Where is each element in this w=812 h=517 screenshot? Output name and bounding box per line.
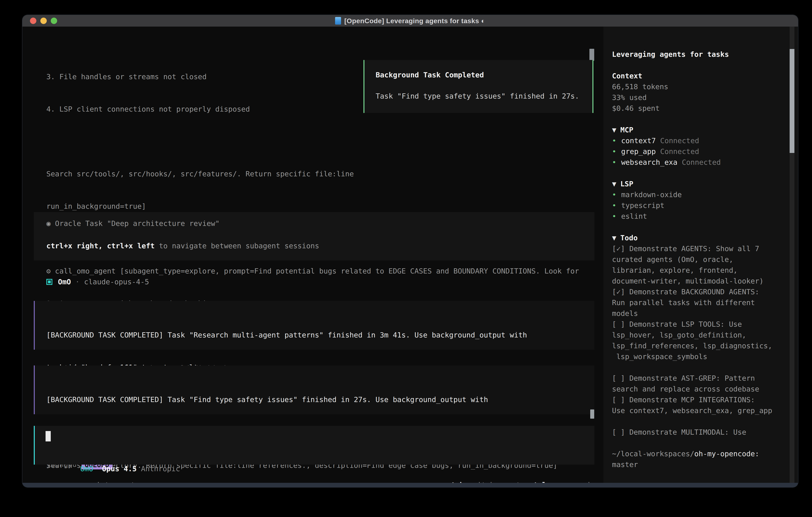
lsp-name: eslint xyxy=(621,212,647,220)
separator-dot: · xyxy=(75,276,80,287)
lsp-item: •eslint xyxy=(612,211,772,222)
shortcut-keys: ctrl+x right, ctrl+x left xyxy=(46,242,155,250)
sidebar-scrollbar-thumb[interactable] xyxy=(790,49,794,153)
repo-name: oh-my-opencode: xyxy=(694,450,759,458)
mcp-item: •grep_appConnected xyxy=(612,146,772,157)
shortcut-hint-text: to navigate between subagent sessions xyxy=(155,242,319,250)
input-provider-name: Anthropic xyxy=(141,465,180,473)
mcp-name: websearch_exa xyxy=(621,158,677,166)
todo-line-pending: search and replace across codebase xyxy=(612,384,772,394)
todo-line-pending: [ ] Demonstrate AST-GREP: Pattern xyxy=(612,373,772,384)
mcp-name: context7 xyxy=(621,137,656,145)
agent-model: claude-opus-4-5 xyxy=(84,276,149,287)
todo-line-done: Run parallel tasks with different xyxy=(612,297,772,308)
oracle-task-hint: ctrl+x right, ctrl+x left to navigate be… xyxy=(46,241,319,251)
lsp-name: typescript xyxy=(621,201,665,210)
branch-name: master xyxy=(612,459,772,470)
log-line xyxy=(46,136,584,147)
lsp-name: markdown-oxide xyxy=(621,191,682,199)
log-line: Search src/tools/, src/hooks/, src/featu… xyxy=(46,168,584,179)
todo-line-done: librarian, explore, frontend, xyxy=(612,265,772,276)
mcp-item: •context7Connected xyxy=(612,135,772,146)
agent-name: OmO xyxy=(58,276,71,287)
terminal-window: [OpenCode] Leveraging agents for tasks ◐… xyxy=(22,15,798,487)
todo-line-done: document-writer, multimodal-looker) xyxy=(612,276,772,287)
bullet-icon: • xyxy=(612,191,616,199)
todo-line-active: lsp_hover, lsp_goto_definition, xyxy=(612,330,772,341)
mcp-item: •websearch_exaConnected xyxy=(612,157,772,168)
section-mcp[interactable]: ▼MCP xyxy=(612,125,772,135)
todo-heading: Todo xyxy=(620,234,638,242)
bullet-icon: • xyxy=(612,137,616,145)
todo-line-done: [✓] Demonstrate AGENTS: Show all 7 xyxy=(612,243,772,254)
text-cursor xyxy=(46,431,51,441)
path-prefix: ~/local-workspaces/ xyxy=(612,450,694,458)
bullet-icon: • xyxy=(612,147,616,156)
task-line: [BACKGROUND TASK COMPLETED] Task "Find t… xyxy=(46,394,488,405)
chevron-down-icon: ▼ xyxy=(612,234,616,242)
prompt-input[interactable]: OmOOpus 4.5Anthropic xyxy=(34,426,594,465)
agent-icon xyxy=(46,279,52,285)
mcp-name: grep_app xyxy=(621,147,656,156)
sidebar: Leveraging agents for tasks Context 66,5… xyxy=(603,27,798,483)
input-model-name: Opus 4.5 xyxy=(102,465,137,473)
log-line: run_in_background=true] xyxy=(46,201,584,212)
bullet-icon: • xyxy=(612,201,616,210)
todo-line-done: models xyxy=(612,308,772,319)
todo-line-active: lsp_find_references, lsp_diagnostics, xyxy=(612,341,772,351)
background-task-message: [BACKGROUND TASK COMPLETED] Task "Find t… xyxy=(34,365,594,414)
input-agent-name: OmO xyxy=(80,465,93,473)
context-tokens: 66,518 tokens xyxy=(612,81,772,92)
toast-body: Task "Find type safety issues" finished … xyxy=(376,91,579,102)
bullet-icon: • xyxy=(612,212,616,220)
context-spent: $0.46 spent xyxy=(612,103,772,114)
main-scrollbar-thumb-bottom[interactable] xyxy=(590,409,594,419)
window-title: [OpenCode] Leveraging agents for tasks ◐ xyxy=(344,15,485,27)
agent-message-header: OmO · claude-opus-4-5 xyxy=(46,276,149,287)
toast-notification[interactable]: Background Task Completed Task "Find typ… xyxy=(364,60,593,113)
task-line: [BACKGROUND TASK COMPLETED] Task "Resear… xyxy=(46,330,527,341)
sidebar-title: Leveraging agents for tasks xyxy=(612,49,772,60)
mcp-status: Connected xyxy=(660,147,699,156)
toast-title: Background Task Completed xyxy=(376,70,484,80)
context-heading: Context xyxy=(612,71,772,81)
terminal-content: 3. File handles or streams not closed 4.… xyxy=(22,27,798,483)
context-used: 33% used xyxy=(612,92,772,103)
workspace-path: ~/local-workspaces/oh-my-opencode: xyxy=(612,448,772,459)
todo-line-done: curated agents (OmO, oracle, xyxy=(612,254,772,265)
mcp-status: Connected xyxy=(660,137,699,145)
todo-line-pending: [ ] Demonstrate MCP INTEGRATIONS: xyxy=(612,394,772,405)
section-todo[interactable]: ▼Todo xyxy=(612,233,772,243)
lsp-heading: LSP xyxy=(620,180,633,188)
tool-call-line: ⚙ call_omo_agent [subagent_type=explore,… xyxy=(46,266,584,276)
window-titlebar[interactable]: [OpenCode] Leveraging agents for tasks ◐ xyxy=(22,15,798,27)
mcp-status: Connected xyxy=(682,158,721,166)
bullet-icon: • xyxy=(612,158,616,166)
oracle-task-panel[interactable]: ◉ Oracle Task "Deep architecture review"… xyxy=(34,212,594,261)
chevron-down-icon: ▼ xyxy=(612,126,616,134)
todo-line-pending: Use context7, websearch_exa, grep_app xyxy=(612,405,772,416)
window-bottom-bar xyxy=(22,483,798,487)
lsp-item: •markdown-oxide xyxy=(612,189,772,200)
mcp-heading: MCP xyxy=(620,126,633,134)
oracle-task-title: ◉ Oracle Task "Deep architecture review" xyxy=(46,218,220,229)
todo-line-active: lsp_workspace_symbols xyxy=(612,351,772,362)
section-lsp[interactable]: ▼LSP xyxy=(612,179,772,189)
todo-line-active: [ ] Demonstrate LSP TOOLS: Use xyxy=(612,319,772,330)
chevron-down-icon: ▼ xyxy=(612,180,616,188)
background-task-message: [BACKGROUND TASK COMPLETED] Task "Resear… xyxy=(34,301,594,350)
document-icon xyxy=(335,17,341,25)
lsp-item: •typescript xyxy=(612,200,772,211)
todo-line-done: [✓] Demonstrate BACKGROUND AGENTS: xyxy=(612,287,772,297)
todo-line-pending: [ ] Demonstrate MULTIMODAL: Use xyxy=(612,427,772,438)
main-scrollbar-thumb[interactable] xyxy=(589,49,594,61)
